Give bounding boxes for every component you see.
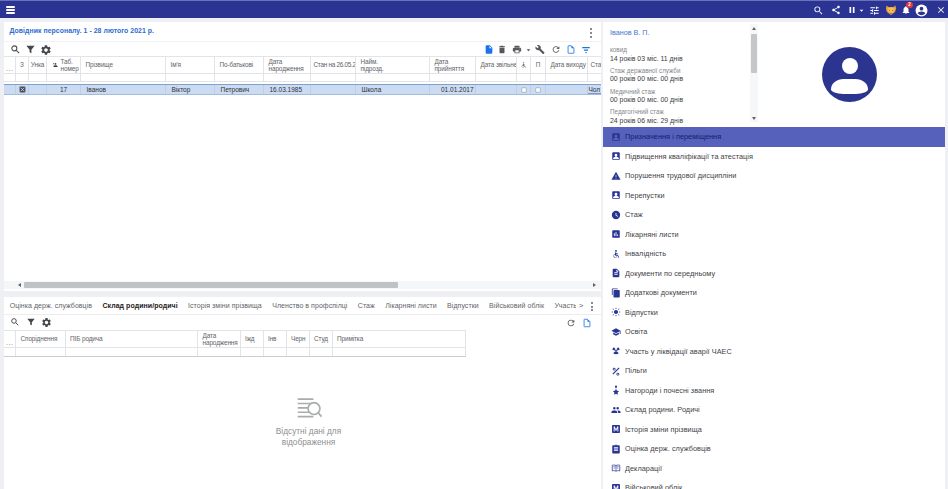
column-header[interactable]: Черн [287,331,310,347]
menu-item[interactable]: Участь у ліквідації аварії ЧАЕС [603,342,945,362]
column-header[interactable]: Дата прийняття [430,57,476,73]
menu-item[interactable]: Документи по середньому [603,264,945,284]
column-header[interactable]: Студ [310,331,333,347]
tab-4[interactable]: Членство в профспілці [267,302,353,309]
column-header[interactable]: Таб. номер [47,57,81,73]
column-header[interactable]: Дата звільнення [476,57,517,73]
tab-2[interactable]: Склад родини/родичі [97,302,183,309]
family-table-filter-row[interactable] [4,348,466,357]
menu-item[interactable]: Додаткові документи [603,283,945,303]
grid-kebab-menu-icon[interactable] [590,28,593,40]
tabs-kebab-menu-icon[interactable] [591,302,593,313]
menu-item[interactable]: Перепустки [603,186,945,206]
hire-date-cell[interactable]: 01.01.2017 [430,85,476,94]
filter-cell[interactable] [531,74,546,81]
menu-item[interactable]: Історія зміни прізвища [603,420,945,440]
middle-name-cell[interactable]: Петрович [215,85,264,94]
scroll-right-icon[interactable] [591,281,599,289]
tab-6[interactable]: Лікарняні листи [380,302,442,309]
refresh-icon[interactable] [566,316,576,329]
table-row[interactable]: 17ІвановВікторПетрович16.03.1985Школа01.… [4,84,601,95]
tabs-overflow-chevron-icon[interactable]: > [576,301,587,310]
filter-cell[interactable] [356,74,430,81]
refresh-icon[interactable] [551,43,561,56]
scrollbar-thumb[interactable] [751,34,757,73]
menu-item[interactable]: Відпустки [603,303,945,323]
column-header[interactable]: Стан на 26.05.20 [311,57,356,73]
column-header[interactable]: Інв [264,331,287,347]
vertical-scrollbar[interactable] [750,24,758,122]
column-header[interactable]: Найм. підрозд. [356,57,430,73]
filter-cell[interactable] [198,348,241,356]
column-header[interactable]: Стать [588,57,601,73]
filter-cell[interactable] [47,74,81,81]
column-header[interactable]: Іжд [241,331,264,347]
tab-number-cell[interactable]: 17 [47,85,81,94]
employee-name-link[interactable]: Іванов В. П. [610,28,649,37]
wrench-icon[interactable] [535,43,545,56]
filter-cell[interactable] [333,348,467,356]
column-header[interactable]: З [16,57,29,73]
gender-cell[interactable]: Чол [588,85,601,94]
filter-cell[interactable] [310,348,333,356]
disability-cell[interactable] [517,85,531,94]
filter-cell[interactable] [287,348,310,356]
tab-7[interactable]: Відпустки [442,302,484,309]
personnel-table-filter-row[interactable] [4,74,601,82]
menu-item[interactable]: Освіта [603,322,945,342]
menu-item[interactable]: Інвалідність [603,244,945,264]
print-caret-icon[interactable] [523,43,533,56]
filter-cell[interactable] [476,74,517,81]
menu-item[interactable]: Призначення і переміщення [603,127,945,147]
scroll-left-icon[interactable] [16,281,24,289]
new-doc-icon[interactable] [582,316,592,329]
print-icon[interactable] [512,43,522,56]
filter-cell[interactable] [66,348,199,356]
tune-icon[interactable] [866,1,883,19]
filter-cell[interactable] [4,348,16,356]
exit-date-cell[interactable] [546,85,588,94]
menu-item[interactable]: Пільги [603,361,945,381]
menu-item[interactable]: Лікарняні листи [603,225,945,245]
filter-cell[interactable] [546,74,588,81]
filter-cell[interactable] [16,74,29,81]
filter-cell[interactable] [311,74,356,81]
menu-item[interactable]: Військовий облік [603,478,945,489]
tab-1[interactable]: Оцінка держ. службовців [5,302,98,309]
column-header[interactable]: Примітка [333,331,467,347]
birth-date-cell[interactable]: 16.03.1985 [264,85,311,94]
tab-8[interactable]: Військовий облік [484,302,549,309]
menu-item[interactable]: Склад родини. Родичі [603,400,945,420]
column-header[interactable]: Ім'я [166,57,215,73]
menu-item[interactable]: Стаж [603,205,945,225]
table-cell[interactable] [4,85,16,94]
save-icon[interactable] [484,43,494,56]
last-name-cell[interactable]: Іванов [81,85,166,94]
share-icon[interactable] [828,1,845,19]
notifications-icon[interactable]: 2 [897,1,914,19]
filter-cell[interactable] [29,74,47,81]
filter-cell[interactable] [264,348,287,356]
menu-item[interactable]: Порушення трудової дисципліни [603,166,945,186]
filter-cell[interactable] [264,74,311,81]
menu-item[interactable]: Підвищення кваліфікації та атестація [603,147,945,167]
search-icon[interactable] [810,1,827,19]
account-icon[interactable] [913,1,930,19]
tab-3[interactable]: Історія зміни прізвища [183,302,267,309]
p-cell[interactable] [531,85,546,94]
close-icon[interactable] [933,1,948,19]
menu-item[interactable]: Нагороди і почесні звання [603,381,945,401]
dismiss-date-cell[interactable] [476,85,517,94]
filter-cell[interactable] [166,74,215,81]
filter-cell[interactable] [81,74,166,81]
tab-9[interactable]: Участь у ліквідації аварії ЧАЕС [549,302,576,309]
photo-cell[interactable] [16,85,29,94]
new-doc-icon[interactable] [566,43,576,56]
menu-item[interactable]: Оцінка держ. службовців [603,439,945,459]
column-header[interactable]: Унка [29,57,47,73]
column-header[interactable]: Споріднення [16,331,66,347]
delete-icon[interactable] [497,43,507,56]
column-header[interactable]: Дата народження [198,331,241,347]
column-header[interactable] [517,57,531,73]
filter-cell[interactable] [16,348,66,356]
